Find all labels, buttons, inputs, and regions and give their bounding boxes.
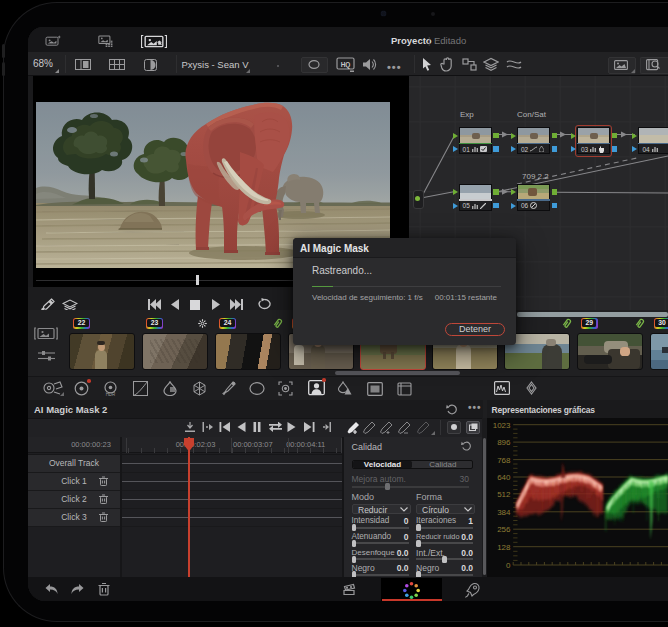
svg-text:HQ: HQ xyxy=(341,61,351,69)
svg-text:384: 384 xyxy=(498,508,512,517)
svg-text:128: 128 xyxy=(498,543,512,552)
svg-text:256: 256 xyxy=(498,525,512,534)
svg-text:0: 0 xyxy=(506,561,511,570)
svg-text:640: 640 xyxy=(498,473,512,482)
svg-text:1023: 1023 xyxy=(493,421,511,430)
svg-text:896: 896 xyxy=(498,438,512,447)
svg-text:HDR: HDR xyxy=(105,392,115,396)
svg-text:512: 512 xyxy=(498,490,512,499)
svg-text:768: 768 xyxy=(498,456,512,465)
